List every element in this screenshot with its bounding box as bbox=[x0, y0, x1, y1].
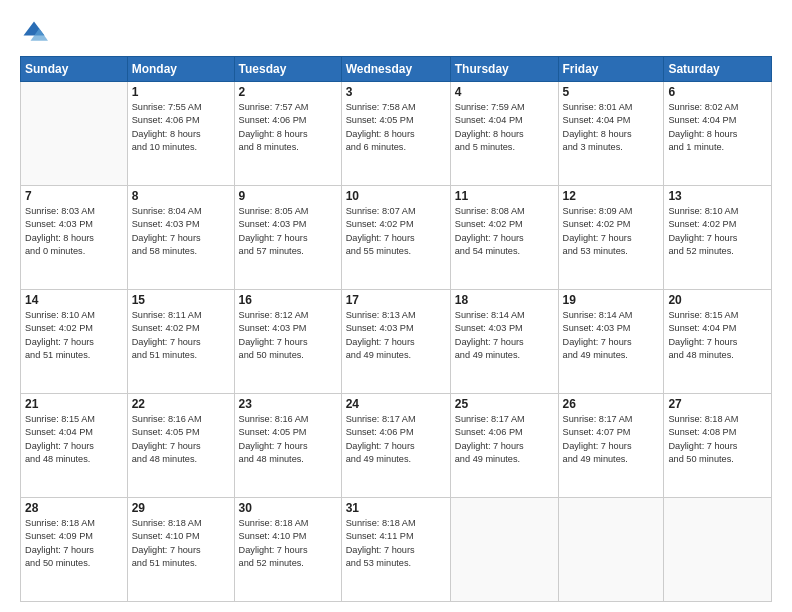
day-info: Sunrise: 8:04 AM Sunset: 4:03 PM Dayligh… bbox=[132, 205, 230, 258]
day-number: 23 bbox=[239, 397, 337, 411]
day-info: Sunrise: 7:58 AM Sunset: 4:05 PM Dayligh… bbox=[346, 101, 446, 154]
day-info: Sunrise: 8:18 AM Sunset: 4:08 PM Dayligh… bbox=[668, 413, 767, 466]
day-cell: 27Sunrise: 8:18 AM Sunset: 4:08 PM Dayli… bbox=[664, 394, 772, 498]
day-cell: 16Sunrise: 8:12 AM Sunset: 4:03 PM Dayli… bbox=[234, 290, 341, 394]
calendar-header-row: SundayMondayTuesdayWednesdayThursdayFrid… bbox=[21, 57, 772, 82]
day-cell: 24Sunrise: 8:17 AM Sunset: 4:06 PM Dayli… bbox=[341, 394, 450, 498]
calendar-table: SundayMondayTuesdayWednesdayThursdayFrid… bbox=[20, 56, 772, 602]
day-cell: 14Sunrise: 8:10 AM Sunset: 4:02 PM Dayli… bbox=[21, 290, 128, 394]
day-cell: 22Sunrise: 8:16 AM Sunset: 4:05 PM Dayli… bbox=[127, 394, 234, 498]
week-row-4: 21Sunrise: 8:15 AM Sunset: 4:04 PM Dayli… bbox=[21, 394, 772, 498]
day-info: Sunrise: 8:12 AM Sunset: 4:03 PM Dayligh… bbox=[239, 309, 337, 362]
day-cell: 13Sunrise: 8:10 AM Sunset: 4:02 PM Dayli… bbox=[664, 186, 772, 290]
day-number: 18 bbox=[455, 293, 554, 307]
day-info: Sunrise: 8:05 AM Sunset: 4:03 PM Dayligh… bbox=[239, 205, 337, 258]
week-row-1: 1Sunrise: 7:55 AM Sunset: 4:06 PM Daylig… bbox=[21, 82, 772, 186]
day-cell: 7Sunrise: 8:03 AM Sunset: 4:03 PM Daylig… bbox=[21, 186, 128, 290]
col-header-monday: Monday bbox=[127, 57, 234, 82]
day-cell bbox=[558, 498, 664, 602]
day-info: Sunrise: 8:13 AM Sunset: 4:03 PM Dayligh… bbox=[346, 309, 446, 362]
day-cell: 18Sunrise: 8:14 AM Sunset: 4:03 PM Dayli… bbox=[450, 290, 558, 394]
day-info: Sunrise: 8:18 AM Sunset: 4:11 PM Dayligh… bbox=[346, 517, 446, 570]
day-number: 19 bbox=[563, 293, 660, 307]
day-number: 9 bbox=[239, 189, 337, 203]
day-number: 13 bbox=[668, 189, 767, 203]
week-row-3: 14Sunrise: 8:10 AM Sunset: 4:02 PM Dayli… bbox=[21, 290, 772, 394]
day-cell bbox=[450, 498, 558, 602]
day-number: 25 bbox=[455, 397, 554, 411]
day-number: 6 bbox=[668, 85, 767, 99]
col-header-sunday: Sunday bbox=[21, 57, 128, 82]
col-header-wednesday: Wednesday bbox=[341, 57, 450, 82]
day-info: Sunrise: 8:15 AM Sunset: 4:04 PM Dayligh… bbox=[25, 413, 123, 466]
day-info: Sunrise: 8:17 AM Sunset: 4:06 PM Dayligh… bbox=[346, 413, 446, 466]
day-number: 31 bbox=[346, 501, 446, 515]
day-cell: 3Sunrise: 7:58 AM Sunset: 4:05 PM Daylig… bbox=[341, 82, 450, 186]
day-cell: 17Sunrise: 8:13 AM Sunset: 4:03 PM Dayli… bbox=[341, 290, 450, 394]
day-number: 27 bbox=[668, 397, 767, 411]
day-info: Sunrise: 8:14 AM Sunset: 4:03 PM Dayligh… bbox=[455, 309, 554, 362]
day-info: Sunrise: 7:59 AM Sunset: 4:04 PM Dayligh… bbox=[455, 101, 554, 154]
day-info: Sunrise: 7:55 AM Sunset: 4:06 PM Dayligh… bbox=[132, 101, 230, 154]
day-info: Sunrise: 8:10 AM Sunset: 4:02 PM Dayligh… bbox=[668, 205, 767, 258]
day-number: 12 bbox=[563, 189, 660, 203]
day-cell: 5Sunrise: 8:01 AM Sunset: 4:04 PM Daylig… bbox=[558, 82, 664, 186]
day-info: Sunrise: 8:18 AM Sunset: 4:09 PM Dayligh… bbox=[25, 517, 123, 570]
day-info: Sunrise: 8:11 AM Sunset: 4:02 PM Dayligh… bbox=[132, 309, 230, 362]
day-number: 11 bbox=[455, 189, 554, 203]
day-info: Sunrise: 8:14 AM Sunset: 4:03 PM Dayligh… bbox=[563, 309, 660, 362]
day-info: Sunrise: 8:08 AM Sunset: 4:02 PM Dayligh… bbox=[455, 205, 554, 258]
day-number: 7 bbox=[25, 189, 123, 203]
day-number: 26 bbox=[563, 397, 660, 411]
logo bbox=[20, 18, 52, 46]
day-cell: 11Sunrise: 8:08 AM Sunset: 4:02 PM Dayli… bbox=[450, 186, 558, 290]
day-number: 22 bbox=[132, 397, 230, 411]
day-cell: 10Sunrise: 8:07 AM Sunset: 4:02 PM Dayli… bbox=[341, 186, 450, 290]
day-info: Sunrise: 8:16 AM Sunset: 4:05 PM Dayligh… bbox=[132, 413, 230, 466]
day-cell: 15Sunrise: 8:11 AM Sunset: 4:02 PM Dayli… bbox=[127, 290, 234, 394]
logo-icon bbox=[20, 18, 48, 46]
day-info: Sunrise: 8:17 AM Sunset: 4:06 PM Dayligh… bbox=[455, 413, 554, 466]
day-cell: 20Sunrise: 8:15 AM Sunset: 4:04 PM Dayli… bbox=[664, 290, 772, 394]
day-number: 14 bbox=[25, 293, 123, 307]
day-cell: 25Sunrise: 8:17 AM Sunset: 4:06 PM Dayli… bbox=[450, 394, 558, 498]
day-info: Sunrise: 8:02 AM Sunset: 4:04 PM Dayligh… bbox=[668, 101, 767, 154]
day-number: 28 bbox=[25, 501, 123, 515]
day-info: Sunrise: 8:10 AM Sunset: 4:02 PM Dayligh… bbox=[25, 309, 123, 362]
day-number: 21 bbox=[25, 397, 123, 411]
day-cell: 26Sunrise: 8:17 AM Sunset: 4:07 PM Dayli… bbox=[558, 394, 664, 498]
col-header-thursday: Thursday bbox=[450, 57, 558, 82]
day-number: 5 bbox=[563, 85, 660, 99]
day-info: Sunrise: 8:17 AM Sunset: 4:07 PM Dayligh… bbox=[563, 413, 660, 466]
week-row-2: 7Sunrise: 8:03 AM Sunset: 4:03 PM Daylig… bbox=[21, 186, 772, 290]
day-number: 20 bbox=[668, 293, 767, 307]
day-info: Sunrise: 8:16 AM Sunset: 4:05 PM Dayligh… bbox=[239, 413, 337, 466]
day-info: Sunrise: 8:18 AM Sunset: 4:10 PM Dayligh… bbox=[132, 517, 230, 570]
col-header-friday: Friday bbox=[558, 57, 664, 82]
day-cell bbox=[664, 498, 772, 602]
day-cell: 31Sunrise: 8:18 AM Sunset: 4:11 PM Dayli… bbox=[341, 498, 450, 602]
day-info: Sunrise: 8:15 AM Sunset: 4:04 PM Dayligh… bbox=[668, 309, 767, 362]
day-number: 16 bbox=[239, 293, 337, 307]
day-cell: 29Sunrise: 8:18 AM Sunset: 4:10 PM Dayli… bbox=[127, 498, 234, 602]
day-cell bbox=[21, 82, 128, 186]
day-cell: 28Sunrise: 8:18 AM Sunset: 4:09 PM Dayli… bbox=[21, 498, 128, 602]
day-info: Sunrise: 8:03 AM Sunset: 4:03 PM Dayligh… bbox=[25, 205, 123, 258]
header bbox=[20, 18, 772, 46]
page: SundayMondayTuesdayWednesdayThursdayFrid… bbox=[0, 0, 792, 612]
day-number: 10 bbox=[346, 189, 446, 203]
day-info: Sunrise: 8:07 AM Sunset: 4:02 PM Dayligh… bbox=[346, 205, 446, 258]
week-row-5: 28Sunrise: 8:18 AM Sunset: 4:09 PM Dayli… bbox=[21, 498, 772, 602]
col-header-saturday: Saturday bbox=[664, 57, 772, 82]
day-cell: 19Sunrise: 8:14 AM Sunset: 4:03 PM Dayli… bbox=[558, 290, 664, 394]
day-info: Sunrise: 7:57 AM Sunset: 4:06 PM Dayligh… bbox=[239, 101, 337, 154]
day-number: 24 bbox=[346, 397, 446, 411]
day-cell: 6Sunrise: 8:02 AM Sunset: 4:04 PM Daylig… bbox=[664, 82, 772, 186]
col-header-tuesday: Tuesday bbox=[234, 57, 341, 82]
day-cell: 2Sunrise: 7:57 AM Sunset: 4:06 PM Daylig… bbox=[234, 82, 341, 186]
day-number: 3 bbox=[346, 85, 446, 99]
day-number: 1 bbox=[132, 85, 230, 99]
day-number: 17 bbox=[346, 293, 446, 307]
day-cell: 23Sunrise: 8:16 AM Sunset: 4:05 PM Dayli… bbox=[234, 394, 341, 498]
day-info: Sunrise: 8:09 AM Sunset: 4:02 PM Dayligh… bbox=[563, 205, 660, 258]
